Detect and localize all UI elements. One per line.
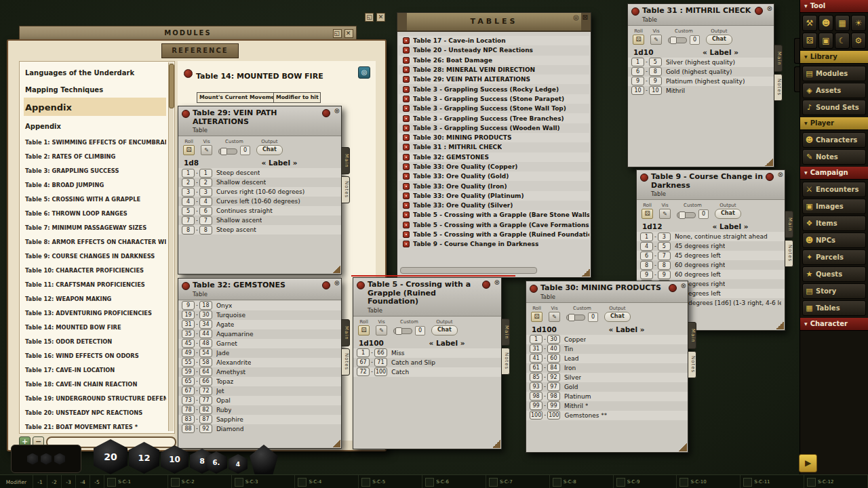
- list-item[interactable]: Table 33: Ore Quality (Silver): [399, 201, 589, 210]
- d4-die[interactable]: 4: [229, 454, 248, 474]
- toc-item[interactable]: Appendix: [24, 117, 166, 134]
- sidebar-item[interactable]: ❖ Items: [802, 216, 866, 231]
- sidebar-item[interactable]: ▦ Tables: [802, 300, 866, 316]
- table-row[interactable]: 68 Gold (highest quality): [628, 67, 774, 77]
- notes-tab[interactable]: Notes: [774, 74, 783, 101]
- hotkey-slot[interactable]: S-C-1: [104, 475, 168, 488]
- list-item[interactable]: Table 3 - Grappling Success (Stone Wall …: [399, 104, 589, 113]
- play-button[interactable]: ▶: [799, 454, 817, 472]
- table-row[interactable]: 6772 Jet: [178, 386, 341, 396]
- table-row[interactable]: 72100 Catch: [353, 367, 501, 377]
- hotkey-slot[interactable]: S-C-4: [295, 475, 359, 488]
- toc-item[interactable]: Table 16: WIND EFFECTS ON ODORS: [24, 347, 166, 361]
- sidebar-item[interactable]: ✎ Notes: [802, 149, 866, 165]
- toc-item[interactable]: Table 10: CHARACTER PROFICIENCIES: [24, 262, 166, 276]
- resize-grip[interactable]: [332, 265, 340, 273]
- custom-value[interactable]: 0: [588, 312, 598, 322]
- restore-icon[interactable]: ◱: [333, 29, 342, 38]
- list-item[interactable]: Table 30: MINING PRODUCTS: [399, 133, 589, 142]
- table-row[interactable]: 6771 Catch and Slip: [353, 358, 501, 367]
- output-chat-button[interactable]: Chat: [715, 209, 741, 219]
- notes-tab[interactable]: Notes: [341, 176, 350, 203]
- visibility-button[interactable]: ✎: [549, 312, 560, 322]
- visibility-button[interactable]: ✎: [659, 209, 671, 219]
- toc-item[interactable]: Table 12: WEAPON MAKING: [24, 290, 166, 304]
- list-item[interactable]: Table 29: VEIN PATH ALTERATIONS: [399, 75, 589, 84]
- window-titlebar[interactable]: Table 30: MINING PRODUCTS Table ⊗: [526, 281, 688, 303]
- sidebar-item[interactable]: ▤ Modules: [802, 66, 866, 81]
- close-icon[interactable]: ⊗: [494, 279, 500, 286]
- list-item[interactable]: Table 28: MINERAL VEIN DIRECTION: [399, 65, 589, 75]
- output-chat-button[interactable]: Chat: [256, 145, 283, 155]
- resize-grip[interactable]: [332, 439, 340, 447]
- table-row[interactable]: 4548 Garnet: [178, 339, 341, 348]
- tool-button[interactable]: ☀: [851, 15, 866, 31]
- toc-item[interactable]: Table 20: UNSTEADY NPC REACTIONS: [24, 404, 166, 418]
- table-row[interactable]: 6184 Iron: [526, 363, 688, 373]
- modules-window-titlebar[interactable]: MODULES ◱ ✕: [19, 26, 357, 41]
- roll-button[interactable]: ⚄: [633, 35, 644, 45]
- toc-item[interactable]: Table 7: MINIMUM PASSAGEWAY SIZES: [24, 219, 166, 233]
- sidebar-item[interactable]: ▣ Images: [802, 199, 866, 214]
- table-row[interactable]: 1010 Mithril: [628, 86, 774, 96]
- list-item[interactable]: Table 3 - Grappling Success (Tree Branch…: [399, 113, 589, 123]
- table-row[interactable]: 5558 Alexandrite: [178, 358, 341, 367]
- visibility-button[interactable]: ✎: [650, 35, 662, 45]
- hotkey-slot[interactable]: S-C-10: [677, 475, 741, 488]
- table-row[interactable]: 13 None, continue straight ahead: [637, 232, 785, 241]
- sidebar-section-player[interactable]: ▼Player: [800, 117, 868, 130]
- tool-button[interactable]: ⚙: [851, 33, 866, 49]
- hotkey-slot[interactable]: S-C-8: [550, 475, 614, 488]
- table-row[interactable]: 8892 Diamond: [178, 424, 341, 434]
- list-item[interactable]: Table 31 : MITHRIL CHECK: [399, 142, 589, 152]
- list-item[interactable]: Table 3 - Grappling Success (Rocky Ledge…: [399, 84, 589, 94]
- resize-grip[interactable]: [582, 268, 590, 277]
- list-item[interactable]: Table 9 - Course Change in Darkness: [399, 239, 589, 249]
- toc-item[interactable]: Table 9: COURSE CHANGES IN DARKNESS: [24, 247, 166, 262]
- sidebar-item[interactable]: ♪ Sound Sets: [802, 100, 866, 115]
- table-row[interactable]: 4160 Lead: [526, 354, 688, 363]
- scrollbar-thumb[interactable]: [169, 64, 174, 108]
- sidebar-item[interactable]: ✦ Parcels: [802, 249, 866, 265]
- toc-item[interactable]: Table 13: ADVENTURING PROFICIENCIES: [24, 304, 166, 319]
- table-row[interactable]: 1930 Turquoise: [178, 310, 341, 320]
- toc-item[interactable]: Table 22: MOVEMENT FROM A STANDSTILL POS…: [24, 432, 166, 434]
- main-tab[interactable]: Main: [341, 319, 350, 346]
- table-row[interactable]: 44 Curves left (10-60 degrees): [178, 197, 341, 206]
- window-titlebar[interactable]: Table 31 : MITHRIL CHECK Table ⊗: [628, 4, 774, 26]
- table-row[interactable]: 9999 Mithril *: [526, 401, 688, 411]
- list-item[interactable]: Table 26: Boat Damage: [399, 56, 589, 65]
- table-row[interactable]: 166 Miss: [353, 348, 501, 358]
- sidebar-section-character[interactable]: ▼Character: [800, 318, 868, 331]
- tool-button[interactable]: ⚄: [802, 33, 817, 49]
- table-row[interactable]: 130 Copper: [526, 335, 688, 344]
- resize-grip[interactable]: [679, 443, 687, 451]
- list-item[interactable]: Table 33: Ore Quality (Iron): [399, 181, 589, 190]
- sidebar-section-campaign[interactable]: ▼Campaign: [800, 167, 868, 180]
- table-row[interactable]: 4954 Jade: [178, 348, 341, 358]
- main-tab[interactable]: Main: [774, 45, 783, 72]
- toc-item[interactable]: Table 5: CROSSING WITH A GRAPPLE: [24, 190, 166, 205]
- sidebar-item[interactable]: ⚔ Encounters: [802, 182, 866, 197]
- list-item[interactable]: Table 20 - Unsteady NPC Reactions: [399, 45, 589, 55]
- main-tab[interactable]: Main: [688, 322, 696, 349]
- table-row[interactable]: 918 Onyx: [178, 301, 341, 310]
- reference-tab[interactable]: REFERENCE: [161, 43, 239, 58]
- table-row[interactable]: 88 Steep ascent: [178, 225, 341, 235]
- window-titlebar[interactable]: Table 5 - Crossing with a Grapple (Ruine…: [353, 278, 501, 317]
- hotkey-slot[interactable]: S-C-9: [614, 475, 677, 488]
- main-tab[interactable]: Main: [341, 147, 350, 174]
- roll-button[interactable]: ⚄: [358, 325, 370, 336]
- window-titlebar[interactable]: Table 32: GEMSTONES Table ⊗: [178, 279, 341, 300]
- table-link-icon[interactable]: [184, 69, 193, 78]
- lock-icon[interactable]: [322, 109, 330, 117]
- custom-slider[interactable]: [668, 37, 687, 43]
- table-row[interactable]: 67 45 degrees left: [637, 251, 785, 260]
- table-row[interactable]: 8387 Sapphire: [178, 415, 341, 424]
- close-icon[interactable]: ⊠: [583, 14, 588, 22]
- toc-item[interactable]: Table 21: BOAT MOVEMENT RATES *: [24, 418, 166, 432]
- notes-tab[interactable]: Notes: [501, 348, 510, 375]
- table-row[interactable]: 33 Curves right (10-60 degrees): [178, 187, 341, 197]
- table-row[interactable]: 3140 Tin: [526, 344, 688, 354]
- main-tab[interactable]: Main: [785, 211, 793, 238]
